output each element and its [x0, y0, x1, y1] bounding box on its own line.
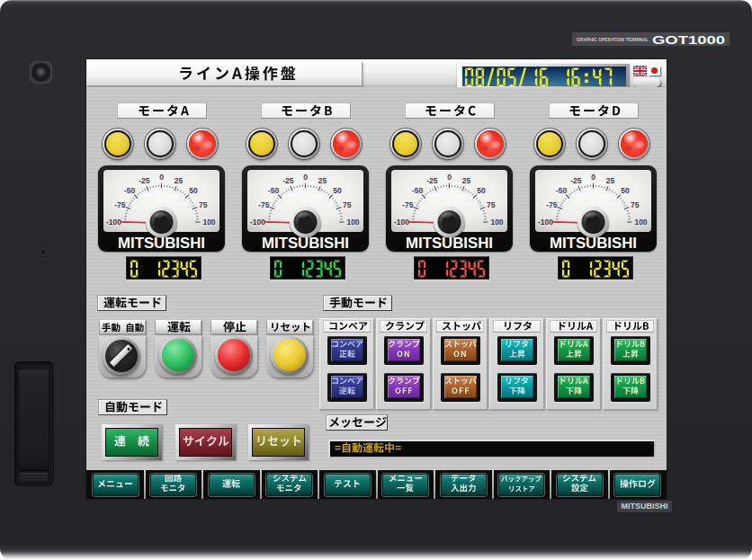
svg-text:0: 0 — [303, 173, 308, 182]
svg-text:0: 0 — [447, 173, 452, 182]
svg-text:25: 25 — [462, 176, 471, 185]
svg-text:-50: -50 — [268, 186, 280, 195]
svg-text:-75: -75 — [546, 200, 558, 209]
svg-text:50: 50 — [477, 186, 486, 195]
svg-text:25: 25 — [318, 176, 327, 185]
svg-text:25: 25 — [606, 176, 615, 185]
svg-text:75: 75 — [343, 200, 352, 209]
svg-text:-50: -50 — [412, 186, 424, 195]
svg-text:75: 75 — [631, 200, 640, 209]
svg-text:100: 100 — [490, 218, 503, 227]
svg-text:-75: -75 — [114, 200, 126, 209]
svg-text:-75: -75 — [402, 200, 414, 209]
svg-text:75: 75 — [487, 200, 496, 209]
svg-text:0: 0 — [591, 173, 595, 182]
svg-text:50: 50 — [189, 186, 198, 195]
svg-text:100: 100 — [202, 218, 215, 227]
svg-text:50: 50 — [333, 186, 342, 195]
svg-text:MITSUBISHI: MITSUBISHI — [406, 235, 493, 252]
svg-text:MITSUBISHI: MITSUBISHI — [262, 235, 349, 252]
svg-text:-50: -50 — [556, 186, 568, 195]
svg-text:-50: -50 — [124, 186, 136, 195]
svg-text:-100: -100 — [538, 218, 553, 227]
svg-text:0: 0 — [159, 173, 164, 182]
svg-text:MITSUBISHI: MITSUBISHI — [550, 235, 637, 252]
svg-text:100: 100 — [346, 218, 359, 227]
svg-text:-75: -75 — [258, 200, 270, 209]
svg-text:GOT1000: GOT1000 — [652, 33, 725, 47]
svg-text:-100: -100 — [250, 218, 265, 227]
svg-text:MITSUBISHI: MITSUBISHI — [118, 235, 205, 252]
svg-text:-25: -25 — [570, 176, 582, 185]
svg-text:GRAPHIC OPERATION TERMINAL: GRAPHIC OPERATION TERMINAL — [577, 36, 649, 42]
svg-text:-100: -100 — [106, 218, 121, 227]
svg-text:100: 100 — [634, 218, 647, 227]
svg-text:50: 50 — [621, 186, 630, 195]
svg-text:-100: -100 — [394, 218, 409, 227]
svg-text:25: 25 — [175, 176, 184, 185]
svg-text:-25: -25 — [139, 176, 150, 185]
svg-text:75: 75 — [199, 200, 208, 209]
svg-text:-25: -25 — [426, 176, 438, 185]
svg-text:-25: -25 — [282, 176, 294, 185]
